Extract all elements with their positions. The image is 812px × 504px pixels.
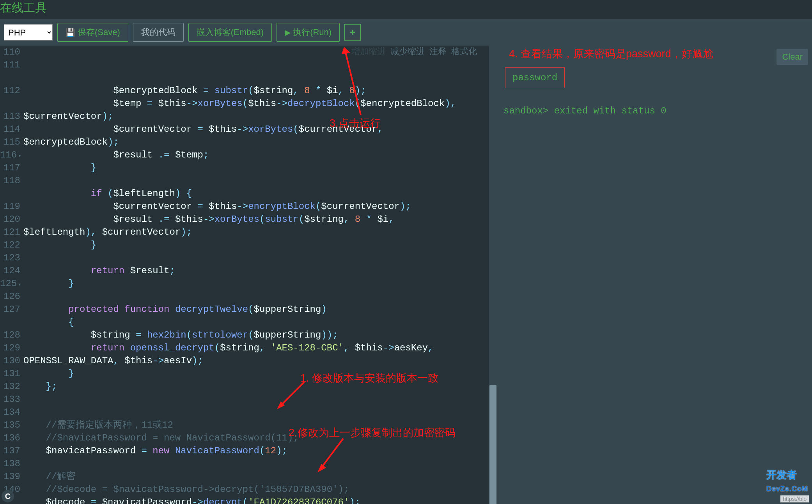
editor-pane: 1101111121131141151161171181191201211221… xyxy=(0,46,497,504)
code-line[interactable]: $temp = $this->xorBytes($this->decryptBl… xyxy=(23,97,489,110)
code-line[interactable]: //$navicatPassword = new NavicatPassword… xyxy=(23,431,489,444)
output-status: sandbox> exited with status 0 xyxy=(504,106,806,116)
code-line[interactable]: return openssl_decrypt($string, 'AES-128… xyxy=(23,341,489,354)
code-area[interactable]: 增加缩进 减少缩进 注释 格式化 $encryptedBlock = subst… xyxy=(23,46,489,504)
code-line[interactable]: return $result; xyxy=(23,264,489,277)
language-select[interactable]: PHP xyxy=(4,24,53,41)
code-line[interactable] xyxy=(23,406,489,419)
save-button[interactable]: 💾 保存(Save) xyxy=(57,23,128,42)
tool-indent-less[interactable]: 减少缩进 xyxy=(390,46,425,58)
code-line[interactable]: $encryptedBlock = substr($string, 8 * $i… xyxy=(23,84,489,97)
code-line[interactable] xyxy=(23,457,489,470)
code-line[interactable]: $leftLength), $currentVector); xyxy=(23,226,489,239)
code-line[interactable] xyxy=(23,290,489,303)
code-line[interactable]: $string = hex2bin(strtolower($upperStrin… xyxy=(23,329,489,341)
code-line[interactable]: //$decode = $navicatPassword->decrypt('1… xyxy=(23,483,489,496)
code-line[interactable]: $currentVector); xyxy=(23,110,489,123)
code-line[interactable]: protected function decryptTwelve($upperS… xyxy=(23,303,489,316)
save-label: 保存(Save) xyxy=(78,27,120,38)
code-line[interactable]: $result .= $this->xorBytes(substr($strin… xyxy=(23,213,489,226)
tool-indent-more[interactable]: 增加缩进 xyxy=(351,46,386,58)
code-line[interactable]: } xyxy=(23,239,489,251)
scrollbar-thumb[interactable] xyxy=(489,385,496,504)
tool-comment[interactable]: 注释 xyxy=(429,46,447,58)
code-line[interactable]: } xyxy=(23,277,489,290)
code-line[interactable]: $navicatPassword = new NavicatPassword(1… xyxy=(23,444,489,457)
code-line[interactable]: //解密 xyxy=(23,470,489,483)
run-button[interactable]: ▶ 执行(Run) xyxy=(277,23,340,42)
capslock-indicator: C xyxy=(2,490,14,502)
watermark-logo: 开发者 DevZe.CoM xyxy=(766,468,808,494)
clear-button[interactable]: Clear xyxy=(777,49,808,65)
run-label: 执行(Run) xyxy=(293,27,332,38)
code-line[interactable]: $currentVector = $this->xorBytes($curren… xyxy=(23,123,489,136)
output-pane: Clear password sandbox> exited with stat… xyxy=(497,46,812,504)
editor-format-tools: 增加缩进 减少缩进 注释 格式化 xyxy=(351,46,477,58)
toolbar: PHP 💾 保存(Save) 我的代码 嵌入博客(Embed) ▶ 执行(Run… xyxy=(0,19,812,46)
code-line[interactable]: OPENSSL_RAW_DATA, $this->aesIv); xyxy=(23,354,489,367)
code-line[interactable]: } xyxy=(23,367,489,380)
code-line[interactable]: $encryptedBlock); xyxy=(23,136,489,149)
code-line[interactable]: $currentVector = $this->encryptBlock($cu… xyxy=(23,200,489,213)
footer-url: https://blo xyxy=(780,495,809,502)
code-line[interactable]: $decode = $navicatPassword->decrypt('FA1… xyxy=(23,496,489,504)
tool-format[interactable]: 格式化 xyxy=(451,46,477,58)
save-icon: 💾 xyxy=(66,28,75,37)
code-line[interactable]: { xyxy=(23,316,489,329)
code-line[interactable] xyxy=(23,251,489,264)
code-line[interactable] xyxy=(23,174,489,187)
add-button[interactable]: + xyxy=(344,24,361,41)
mycode-button[interactable]: 我的代码 xyxy=(133,23,184,42)
code-line[interactable]: if ($leftLength) { xyxy=(23,187,489,200)
page-title: 在线工具 xyxy=(0,0,812,19)
line-gutter: 1101111121131141151161171181191201211221… xyxy=(0,46,23,504)
code-line[interactable]: }; xyxy=(23,380,489,393)
output-result: password xyxy=(505,67,565,88)
play-icon: ▶ xyxy=(285,28,291,37)
code-line[interactable]: //需要指定版本两种，11或12 xyxy=(23,419,489,431)
code-line[interactable] xyxy=(23,393,489,406)
code-line[interactable]: } xyxy=(23,161,489,174)
embed-button[interactable]: 嵌入博客(Embed) xyxy=(188,23,272,42)
workarea: 1101111121131141151161171181191201211221… xyxy=(0,46,812,504)
editor-scrollbar[interactable] xyxy=(489,46,497,504)
code-line[interactable]: $result .= $temp; xyxy=(23,149,489,161)
